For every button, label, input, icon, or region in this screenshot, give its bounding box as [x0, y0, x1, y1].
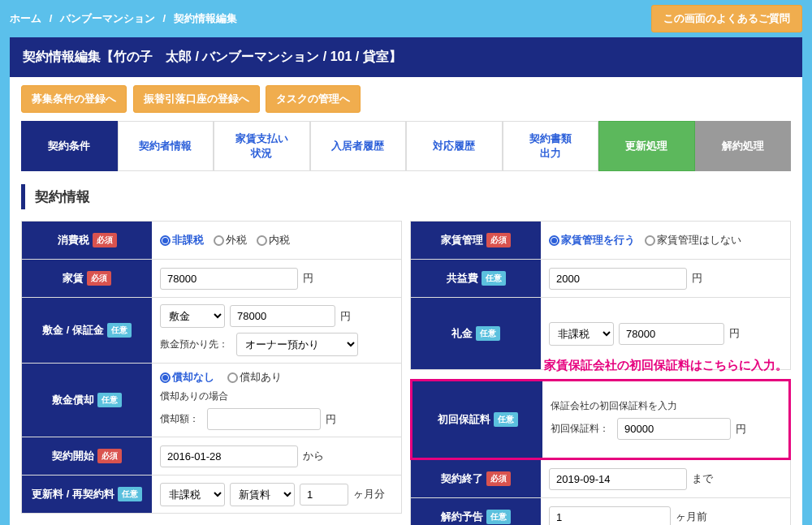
label-key-money: 礼金任意: [411, 298, 541, 369]
label-start: 契約開始必須: [22, 437, 152, 475]
input-initial-guarantee[interactable]: [617, 418, 731, 440]
label-renewal-fee: 更新料 / 再契約料任意: [22, 476, 152, 513]
tab-resident-history[interactable]: 入居者履歴: [310, 121, 407, 171]
radio-deduction-none[interactable]: 償却なし: [160, 370, 214, 385]
section-title-contract: 契約情報: [21, 184, 791, 209]
tab-conditions[interactable]: 契約条件: [21, 121, 118, 171]
tab-renewal[interactable]: 更新処理: [598, 121, 695, 171]
label-mgmt: 家賃管理必須: [411, 222, 541, 259]
page-title: 契約情報編集【竹の子 太郎 / バンブーマンション / 101 / 貸室】: [10, 37, 802, 77]
radio-tax-none[interactable]: 非課税: [160, 233, 204, 247]
tab-response-history[interactable]: 対応履歴: [406, 121, 503, 171]
input-rent[interactable]: [160, 268, 298, 290]
action-manage-tasks[interactable]: タスクの管理へ: [266, 85, 361, 113]
label-cancel-notice: 解約予告任意: [411, 498, 541, 525]
tab-bar: 契約条件 契約者情報 家賃支払い 状況 入居者履歴 対応履歴 契約書類 出力 更…: [21, 121, 791, 171]
breadcrumb-home[interactable]: ホーム: [10, 12, 41, 24]
field-tax: 非課税 外税 内税: [152, 222, 401, 259]
input-end-date[interactable]: [549, 468, 687, 490]
select-renewal-base[interactable]: 新賃料: [230, 483, 295, 506]
label-rent: 家賃必須: [22, 260, 152, 297]
tab-contractor[interactable]: 契約者情報: [118, 121, 214, 171]
label-common: 共益費任意: [411, 260, 541, 297]
select-deposit-type[interactable]: 敷金: [160, 304, 225, 328]
label-deposit: 敷金 / 保証金任意: [22, 298, 152, 363]
radio-mgmt-yes[interactable]: 家賃管理を行う: [549, 233, 635, 247]
breadcrumb-item-2: 契約情報編集: [174, 12, 237, 24]
input-deposit[interactable]: [230, 305, 335, 327]
tab-cancel[interactable]: 解約処理: [695, 121, 792, 171]
action-register-account[interactable]: 振替引落口座の登録へ: [133, 85, 260, 113]
tab-documents[interactable]: 契約書類 出力: [503, 121, 599, 171]
label-initial-guarantee: 初回保証料任意: [412, 381, 542, 458]
breadcrumb-item-1[interactable]: バンブーマンション: [60, 12, 155, 24]
input-common[interactable]: [549, 268, 687, 290]
label-tax: 消費税必須: [22, 222, 152, 259]
annotation-guarantee: 家賃保証会社の初回保証料はこちらに入力。: [544, 358, 788, 373]
input-deduction-amount[interactable]: [207, 408, 321, 430]
select-custody[interactable]: オーナー預かり: [236, 333, 358, 356]
input-renewal-months[interactable]: [300, 484, 348, 506]
tab-payment[interactable]: 家賃支払い 状況: [214, 121, 310, 171]
action-register-conditions[interactable]: 募集条件の登録へ: [21, 85, 127, 113]
select-renewal-tax[interactable]: 非課税: [160, 483, 225, 506]
radio-tax-inclusive[interactable]: 内税: [257, 233, 290, 247]
radio-mgmt-no[interactable]: 家賃管理はしない: [645, 233, 741, 247]
input-start-date[interactable]: [160, 445, 298, 467]
breadcrumb: ホーム / バンブーマンション / 契約情報編集: [10, 11, 237, 26]
select-key-tax[interactable]: 非課税: [549, 322, 614, 346]
label-end: 契約終了必須: [411, 460, 541, 497]
label-deposit-deduction: 敷金償却任意: [22, 364, 152, 437]
radio-tax-exclusive[interactable]: 外税: [214, 233, 247, 247]
radio-deduction-yes[interactable]: 償却あり: [227, 370, 282, 385]
input-key-money[interactable]: [619, 323, 724, 345]
input-cancel-notice[interactable]: [549, 506, 671, 526]
faq-button[interactable]: この画面のよくあるご質問: [651, 5, 802, 32]
